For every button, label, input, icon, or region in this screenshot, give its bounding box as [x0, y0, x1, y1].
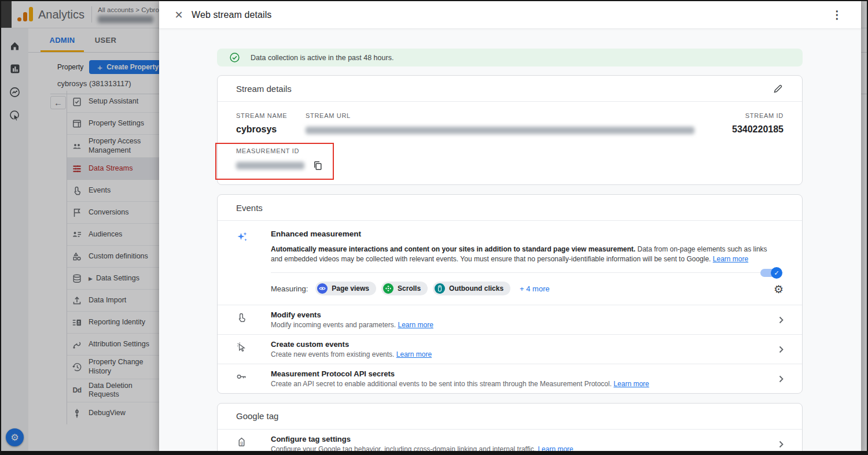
card-title: Events — [236, 203, 263, 213]
chevron-right-icon[interactable] — [779, 346, 784, 353]
eye-icon — [317, 283, 328, 294]
panel-header: ✕ Web stream details ⋮ — [159, 1, 861, 28]
blurred-stream-url — [306, 127, 694, 134]
kebab-menu-icon[interactable]: ⋮ — [832, 8, 843, 21]
web-stream-details-screenshot: Analytics All accounts > CybrosysOd ⚙ AD… — [0, 0, 868, 455]
learn-more-link[interactable]: Learn more — [713, 255, 748, 263]
touch-icon — [236, 310, 252, 329]
stream-name-label: STREAM NAME — [236, 112, 306, 119]
stream-id-label: STREAM ID — [732, 112, 784, 119]
data-collection-banner: Data collection is active in the past 48… — [217, 49, 803, 66]
row-title: Create custom events — [271, 340, 432, 349]
cursor-sparkle-icon — [236, 340, 252, 358]
stream-id-value: 5340220185 — [732, 124, 784, 135]
enhanced-measurement-title: Enhanced measurement — [271, 230, 778, 238]
check-circle-icon — [230, 53, 240, 62]
events-card: Events Enhanced measurement Automaticall… — [217, 194, 803, 394]
measurement-id-label: MEASUREMENT ID — [236, 147, 784, 154]
enhanced-measurement-description: Automatically measure interactions and c… — [271, 245, 778, 265]
learn-more-link[interactable]: Learn more — [396, 350, 432, 358]
measurement-protocol-row[interactable]: Measurement Protocol API secrets Create … — [218, 364, 802, 393]
row-description: Modify incoming events and parameters. L… — [271, 321, 433, 329]
measuring-row: Measuring: Page views Scrolls — [218, 273, 802, 305]
panel-body: Data collection is active in the past 48… — [159, 28, 861, 454]
copy-icon[interactable] — [313, 161, 322, 171]
chip-page-views: Page views — [315, 282, 376, 295]
card-title: Stream details — [236, 84, 292, 94]
stream-url-label: STREAM URL — [306, 112, 732, 119]
web-stream-details-panel: ✕ Web stream details ⋮ Data collection i… — [159, 1, 861, 454]
edit-pencil-icon[interactable] — [773, 84, 783, 94]
enhanced-measurement-gear-icon[interactable]: ⚙ — [774, 283, 784, 296]
learn-more-link[interactable]: Learn more — [398, 321, 433, 329]
google-tag-card: Google tag g Configure tag settings Conf… — [217, 403, 803, 454]
row-title: Modify events — [271, 310, 433, 319]
close-icon[interactable]: ✕ — [172, 9, 185, 21]
row-title: Configure tag settings — [271, 435, 573, 443]
chip-outbound-clicks: Outbound clicks — [433, 282, 510, 295]
chip-scrolls: Scrolls — [381, 282, 428, 295]
google-tag-icon: g — [236, 435, 252, 453]
measuring-label: Measuring: — [271, 284, 308, 293]
row-description: Create an API secret to enable additiona… — [271, 380, 649, 388]
chevron-right-icon[interactable] — [779, 316, 784, 324]
blurred-measurement-id — [236, 162, 304, 169]
row-description: Create new events from existing events. … — [271, 350, 432, 358]
window-corner-artifact — [1, 1, 12, 28]
screenshot-bottom-edge — [1, 451, 867, 454]
chevron-right-icon[interactable] — [779, 375, 784, 383]
row-title: Measurement Protocol API secrets — [271, 369, 649, 378]
create-custom-events-row[interactable]: Create custom events Create new events f… — [218, 334, 802, 364]
svg-text:g: g — [240, 440, 242, 445]
sparkle-icon — [236, 230, 252, 265]
panel-title: Web stream details — [192, 10, 271, 20]
enhanced-measurement-section: Enhanced measurement Automatically measu… — [218, 221, 802, 265]
modify-events-row[interactable]: Modify events Modify incoming events and… — [218, 305, 802, 334]
configure-tag-settings-row[interactable]: g Configure tag settings Configure your … — [218, 430, 802, 454]
mouse-icon — [435, 283, 445, 294]
stream-details-card: Stream details STREAM NAME cybrosys — [217, 75, 803, 185]
more-chips-link: + 4 more — [520, 284, 550, 293]
learn-more-link[interactable]: Learn more — [613, 380, 649, 388]
card-title: Google tag — [236, 411, 278, 421]
chevron-right-icon[interactable] — [779, 441, 784, 448]
key-icon — [236, 369, 252, 388]
stream-name-value: cybrosys — [236, 124, 306, 135]
banner-text: Data collection is active in the past 48… — [251, 54, 393, 62]
scroll-icon — [383, 283, 393, 294]
